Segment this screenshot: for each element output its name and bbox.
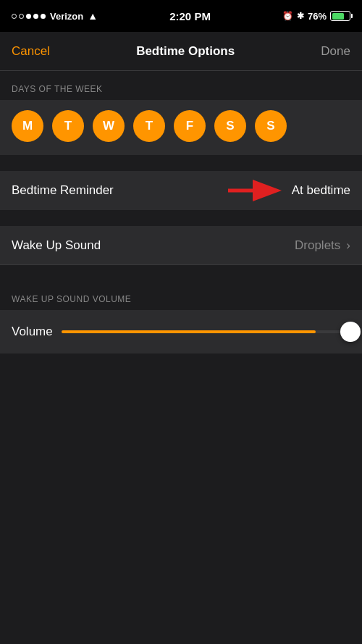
- status-left: Verizon ▲: [12, 10, 98, 22]
- done-button[interactable]: Done: [321, 44, 350, 59]
- section-gap-1: [0, 155, 362, 171]
- slider-fill: [62, 330, 316, 333]
- carrier-label: Verizon: [50, 11, 83, 22]
- day-circle-1[interactable]: T: [52, 110, 84, 142]
- signal-dots: [12, 14, 46, 19]
- volume-label: Volume: [12, 325, 53, 339]
- volume-section-header: WAKE UP SOUND VOLUME: [0, 281, 362, 310]
- volume-slider[interactable]: [62, 330, 350, 333]
- bedtime-reminder-row[interactable]: Bedtime Reminder At bedtime: [0, 171, 362, 210]
- day-circle-2[interactable]: W: [93, 110, 125, 142]
- wake-up-sound-row[interactable]: Wake Up Sound Droplets ›: [0, 226, 362, 265]
- wake-up-sound-value-text: Droplets: [295, 238, 340, 253]
- bedtime-reminder-label: Bedtime Reminder: [12, 183, 114, 198]
- chevron-right-icon: ›: [346, 238, 350, 253]
- status-bar: Verizon ▲ 2:20 PM ⏰ ✱ 76%: [0, 0, 362, 32]
- signal-dot-1: [12, 14, 17, 19]
- red-arrow-icon: [228, 180, 286, 201]
- battery-percent: 76%: [308, 11, 327, 22]
- slider-thumb[interactable]: [340, 322, 361, 342]
- day-circle-6[interactable]: S: [255, 110, 287, 142]
- signal-dot-2: [19, 14, 24, 19]
- day-circle-3[interactable]: T: [133, 110, 165, 142]
- page-title: Bedtime Options: [136, 44, 235, 59]
- status-time: 2:20 PM: [169, 10, 211, 22]
- bluetooth-icon: ✱: [297, 11, 304, 21]
- wake-up-sound-value: Droplets ›: [295, 238, 350, 253]
- wifi-icon: ▲: [88, 10, 98, 22]
- cancel-button[interactable]: Cancel: [12, 44, 50, 59]
- battery-icon: [330, 11, 350, 21]
- days-row: MTWTFSS: [0, 100, 362, 155]
- signal-dot-3: [26, 14, 31, 19]
- alarm-icon: ⏰: [282, 11, 293, 21]
- day-circle-5[interactable]: S: [214, 110, 246, 142]
- nav-bar: Cancel Bedtime Options Done: [0, 32, 362, 71]
- volume-section: Volume: [0, 310, 362, 354]
- section-gap-2: [0, 210, 362, 226]
- status-right: ⏰ ✱ 76%: [282, 11, 350, 22]
- days-section-header: DAYS OF THE WEEK: [0, 71, 362, 100]
- day-circle-0[interactable]: M: [12, 110, 43, 142]
- signal-dot-5: [41, 14, 46, 19]
- signal-dot-4: [33, 14, 38, 19]
- bedtime-reminder-right: At bedtime: [228, 180, 350, 201]
- section-gap-3: [0, 265, 362, 281]
- wake-up-sound-label: Wake Up Sound: [12, 238, 101, 253]
- bedtime-reminder-value: At bedtime: [292, 183, 350, 198]
- day-circle-4[interactable]: F: [174, 110, 206, 142]
- volume-row: Volume: [12, 325, 350, 339]
